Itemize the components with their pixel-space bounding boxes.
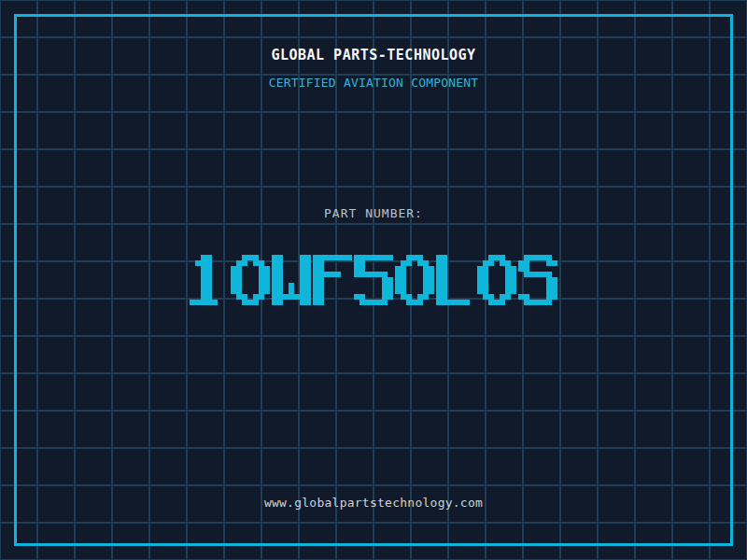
company-title: GLOBAL PARTS-TECHNOLOGY (0, 47, 747, 63)
part-number-display (190, 255, 557, 305)
part-number-label: PART NUMBER: (0, 206, 747, 220)
certification-tagline: CERTIFIED AVIATION COMPONENT (0, 76, 747, 90)
website-url: www.globalpartstechnology.com (0, 496, 747, 510)
